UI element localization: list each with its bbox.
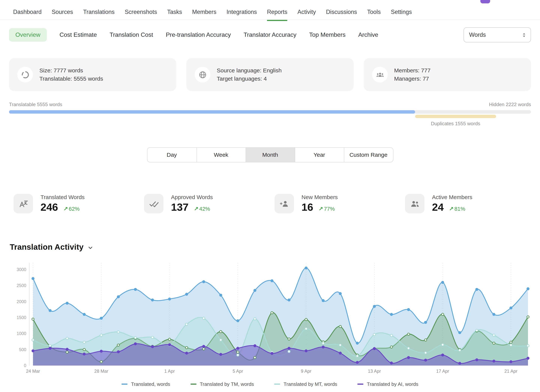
language-card: Source language: English Target language… [186, 58, 354, 91]
nav-tasks[interactable]: Tasks [167, 5, 182, 20]
stat-label: New Members [301, 194, 338, 200]
translation-activity-header: Translation Activity [10, 243, 540, 252]
summary-cards: Size: 7777 words Translatable: 5555 word… [9, 58, 531, 91]
unit-selector-value: Words [469, 31, 486, 38]
stat-delta: ↗81% [449, 205, 465, 212]
stat-delta: ↗42% [194, 205, 210, 212]
tab-archive[interactable]: Archive [358, 28, 378, 42]
range-custom[interactable]: Custom Range [344, 148, 393, 162]
range-week[interactable]: Week [196, 148, 245, 162]
stat-label: Translated Words [40, 194, 85, 200]
date-range-selector: Day Week Month Year Custom Range [147, 147, 393, 162]
legend-swatch [358, 384, 364, 384]
range-year[interactable]: Year [295, 148, 344, 162]
svg-text:2500: 2500 [17, 283, 26, 288]
stat-value: 24 [432, 201, 444, 213]
nav-screenshots[interactable]: Screenshots [125, 5, 157, 20]
svg-text:24 Mar: 24 Mar [26, 369, 40, 374]
translate-icon [14, 194, 33, 213]
globe-icon [195, 67, 210, 83]
legend-item[interactable]: Translated by MT, words [274, 381, 337, 387]
nav-settings[interactable]: Settings [391, 5, 412, 20]
svg-text:1500: 1500 [17, 315, 26, 320]
legend-item[interactable]: Translated by TM, words [190, 381, 254, 387]
nav-tools[interactable]: Tools [367, 5, 381, 20]
add-member-icon [275, 194, 294, 213]
stat-value: 246 [40, 201, 58, 213]
translatable-bar [9, 110, 415, 114]
svg-text:17 Apr: 17 Apr [436, 369, 449, 374]
language-card-text: Source language: English Target language… [217, 66, 282, 83]
size-line: Size: 7777 words [39, 66, 103, 74]
stat-value: 16 [301, 201, 313, 213]
nav-members[interactable]: Members [192, 5, 216, 20]
managers-line: Managers: 77 [394, 74, 430, 83]
stat-delta-pct: 62% [69, 206, 80, 212]
nav-integrations[interactable]: Integrations [226, 5, 257, 20]
stat-new-members: New Members 16 ↗77% [270, 194, 400, 213]
svg-text:1 Apr: 1 Apr [164, 369, 175, 374]
progress-track [9, 110, 531, 114]
active-members-icon [405, 194, 425, 213]
legend-swatch [190, 384, 196, 384]
progress-circle-icon [17, 67, 33, 83]
nav-sources[interactable]: Sources [52, 5, 73, 20]
hidden-words-label: Hidden 2222 words [489, 102, 531, 107]
members-line: Members: 777 [394, 66, 430, 74]
stepper-icon [521, 32, 527, 38]
stat-delta: ↗62% [63, 205, 80, 212]
nav-activity[interactable]: Activity [298, 5, 316, 20]
legend-label: Translated by AI, words [367, 381, 419, 387]
source-language-line: Source language: English [217, 66, 282, 74]
page-title: Translation Activity [10, 243, 84, 252]
stat-label: Active Members [432, 194, 472, 200]
stat-delta-pct: 81% [454, 206, 465, 212]
nav-reports[interactable]: Reports [267, 5, 287, 20]
tab-cost-estimate[interactable]: Cost Estimate [60, 28, 97, 42]
tab-overview[interactable]: Overview [9, 28, 47, 42]
stat-label: Approved Words [171, 194, 213, 200]
stat-cards: Translated Words 246 ↗62% Approved Words… [9, 194, 531, 213]
legend-label: Translated by MT, words [284, 381, 337, 387]
members-card: Members: 777 Managers: 77 [364, 58, 531, 91]
trend-up-icon: ↗ [194, 205, 198, 212]
size-card-text: Size: 7777 words Translatable: 5555 word… [39, 66, 103, 83]
svg-text:5 Apr: 5 Apr [232, 369, 243, 374]
legend-swatch [122, 384, 128, 384]
stat-translated-words: Translated Words 246 ↗62% [9, 194, 140, 213]
trend-up-icon: ↗ [449, 205, 454, 212]
svg-text:1000: 1000 [17, 331, 26, 336]
tab-translation-cost[interactable]: Translation Cost [110, 28, 153, 42]
stat-approved-words: Approved Words 137 ↗42% [140, 194, 270, 213]
translatable-line: Translatable: 5555 words [39, 74, 103, 83]
unit-selector[interactable]: Words [464, 27, 531, 42]
nav-translations[interactable]: Translations [83, 5, 115, 20]
svg-text:28 Mar: 28 Mar [94, 369, 108, 374]
legend-item[interactable]: Translated, words [122, 381, 170, 387]
tab-pre-translation-accuracy[interactable]: Pre-translation Accuracy [166, 28, 231, 42]
trend-up-icon: ↗ [63, 205, 68, 212]
tab-top-members[interactable]: Top Members [309, 28, 345, 42]
svg-text:0: 0 [24, 363, 26, 368]
double-check-icon [144, 194, 164, 213]
svg-text:21 Apr: 21 Apr [504, 369, 517, 374]
duplicates-bar [415, 115, 496, 118]
nav-discussions[interactable]: Discussions [326, 5, 357, 20]
members-card-text: Members: 777 Managers: 77 [394, 66, 430, 83]
chart-legend: Translated, wordsTranslated by TM, words… [9, 381, 531, 387]
legend-item[interactable]: Translated by AI, words [358, 381, 419, 387]
stat-delta: ↗77% [318, 205, 335, 212]
nav-dashboard[interactable]: Dashboard [13, 5, 42, 20]
range-day[interactable]: Day [147, 148, 196, 162]
legend-swatch [274, 384, 280, 384]
stat-value: 137 [171, 201, 188, 213]
legend-label: Translated, words [131, 381, 170, 387]
stat-delta-pct: 77% [324, 206, 335, 212]
top-navigation: Dashboard Sources Translations Screensho… [0, 0, 540, 20]
chevron-down-icon[interactable] [87, 245, 93, 251]
members-icon [372, 67, 388, 83]
target-languages-line: Target languages: 4 [217, 74, 282, 83]
trend-up-icon: ↗ [318, 205, 323, 212]
tab-translator-accuracy[interactable]: Translator Accuracy [244, 28, 296, 42]
range-month[interactable]: Month [245, 148, 295, 162]
